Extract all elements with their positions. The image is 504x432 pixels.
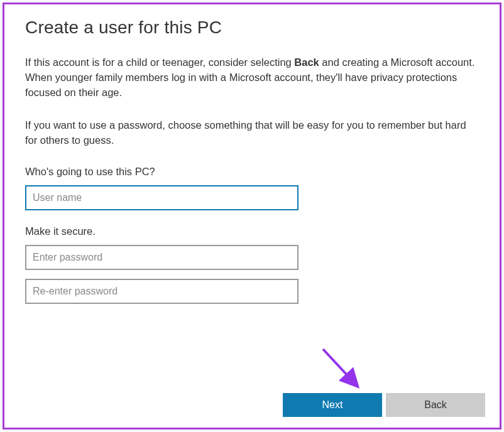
next-button[interactable]: Next <box>283 393 382 417</box>
back-button[interactable]: Back <box>386 393 485 417</box>
dialog-border <box>3 3 501 429</box>
button-row: Next Back <box>283 393 485 417</box>
